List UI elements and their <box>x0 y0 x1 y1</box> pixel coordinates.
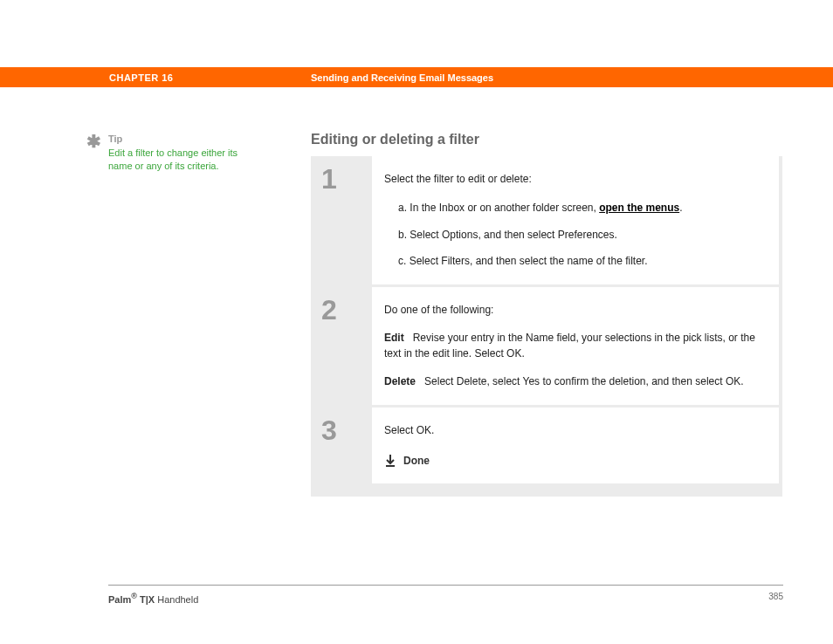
done-label: Done <box>403 455 430 467</box>
step-2: 2 Do one of the following: EditRevise yo… <box>311 287 782 408</box>
footer-product: Palm® T|X Handheld <box>108 592 198 605</box>
step-3: 3 Select OK. Done <box>311 408 782 486</box>
delete-option: DeleteSelect Delete, select Yes to confi… <box>384 373 767 389</box>
step-number: 3 <box>321 416 372 444</box>
step-intro: Select the filter to edit or delete: <box>384 172 767 187</box>
step-number: 2 <box>321 296 372 324</box>
steps-container: 1 Select the filter to edit or delete: a… <box>311 156 782 497</box>
chapter-title: Sending and Receiving Email Messages <box>311 72 493 83</box>
substep-c: c. Select Filters, and then select the n… <box>384 254 767 269</box>
tip-label: Tip <box>108 134 122 144</box>
step-intro: Select OK. <box>384 423 767 438</box>
done-arrow-icon <box>384 454 396 468</box>
open-menus-link[interactable]: open the menus <box>599 202 679 214</box>
step-1: 1 Select the filter to edit or delete: a… <box>311 156 782 287</box>
section-title: Editing or deleting a filter <box>311 132 479 147</box>
chapter-number: CHAPTER 16 <box>109 72 173 83</box>
done-indicator: Done <box>384 454 767 468</box>
edit-option: EditRevise your entry in the Name field,… <box>384 330 767 361</box>
footer-rule <box>108 585 783 586</box>
asterisk-icon: ✱ <box>86 133 101 150</box>
page-number: 385 <box>768 592 783 601</box>
tip-text: Edit a filter to change either its name … <box>108 147 248 174</box>
step-number: 1 <box>321 165 372 193</box>
chapter-header: CHAPTER 16 Sending and Receiving Email M… <box>0 67 833 87</box>
substep-b: b. Select Options, and then select Prefe… <box>384 228 767 243</box>
step-intro: Do one of the following: <box>384 303 767 318</box>
substep-a: a. In the Inbox or on another folder scr… <box>384 201 767 216</box>
